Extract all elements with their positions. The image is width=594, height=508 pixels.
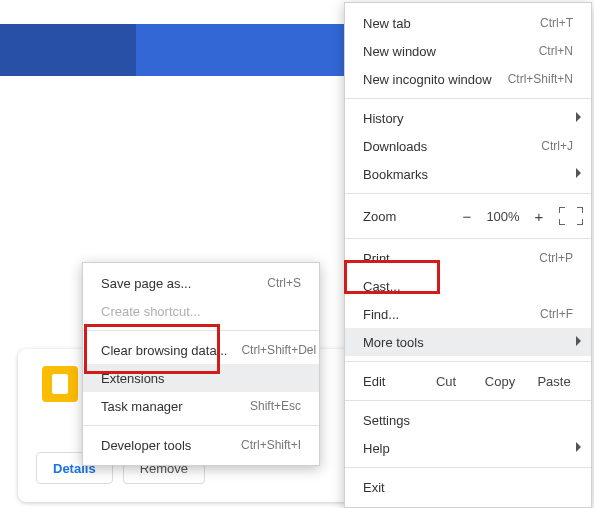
menu-separator: [83, 330, 319, 331]
menu-more-tools[interactable]: More tools: [345, 328, 591, 356]
menu-edit-row: Edit Cut Copy Paste: [345, 367, 591, 395]
menu-cast[interactable]: Cast...: [345, 272, 591, 300]
menu-new-window[interactable]: New windowCtrl+N: [345, 37, 591, 65]
menu-save-page[interactable]: Save page as...Ctrl+S: [83, 269, 319, 297]
chevron-right-icon: [576, 168, 581, 178]
menu-separator: [345, 193, 591, 194]
edit-paste[interactable]: Paste: [527, 374, 581, 389]
fullscreen-icon[interactable]: [559, 207, 583, 225]
menu-new-incognito[interactable]: New incognito windowCtrl+Shift+N: [345, 65, 591, 93]
slides-icon: [42, 366, 78, 402]
menu-developer-tools[interactable]: Developer toolsCtrl+Shift+I: [83, 431, 319, 459]
zoom-out-button[interactable]: −: [453, 208, 481, 225]
zoom-in-button[interactable]: +: [525, 208, 553, 225]
edit-copy[interactable]: Copy: [473, 374, 527, 389]
menu-bookmarks[interactable]: Bookmarks: [345, 160, 591, 188]
menu-create-shortcut: Create shortcut...: [83, 297, 319, 325]
menu-settings[interactable]: Settings: [345, 406, 591, 434]
menu-separator: [345, 238, 591, 239]
menu-separator: [345, 361, 591, 362]
menu-clear-browsing-data[interactable]: Clear browsing data...Ctrl+Shift+Del: [83, 336, 319, 364]
header-banner-accent: [0, 24, 136, 76]
menu-new-tab[interactable]: New tabCtrl+T: [345, 9, 591, 37]
menu-separator: [345, 467, 591, 468]
edit-cut[interactable]: Cut: [419, 374, 473, 389]
menu-find[interactable]: Find...Ctrl+F: [345, 300, 591, 328]
zoom-value: 100%: [481, 209, 525, 224]
menu-separator: [83, 425, 319, 426]
menu-separator: [345, 98, 591, 99]
menu-history[interactable]: History: [345, 104, 591, 132]
menu-exit[interactable]: Exit: [345, 473, 591, 501]
menu-zoom: Zoom − 100% +: [345, 199, 591, 233]
menu-extensions[interactable]: Extensions: [83, 364, 319, 392]
header-banner: [0, 24, 345, 76]
menu-separator: [345, 400, 591, 401]
chevron-right-icon: [576, 336, 581, 346]
menu-help[interactable]: Help: [345, 434, 591, 462]
submenu-more-tools: Save page as...Ctrl+S Create shortcut...…: [82, 262, 320, 466]
chevron-right-icon: [576, 442, 581, 452]
chevron-right-icon: [576, 112, 581, 122]
chrome-main-menu: New tabCtrl+T New windowCtrl+N New incog…: [344, 2, 592, 508]
menu-downloads[interactable]: DownloadsCtrl+J: [345, 132, 591, 160]
menu-print[interactable]: Print...Ctrl+P: [345, 244, 591, 272]
menu-task-manager[interactable]: Task managerShift+Esc: [83, 392, 319, 420]
